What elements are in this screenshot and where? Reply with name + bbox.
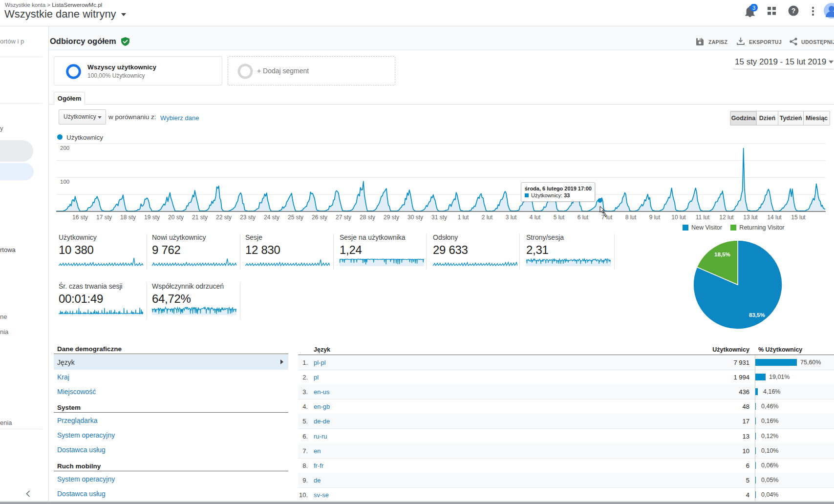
svg-text:18,5%: 18,5% (714, 252, 730, 257)
svg-text:30 sty: 30 sty (407, 214, 423, 221)
svg-text:15 lut: 15 lut (791, 214, 806, 221)
svg-text:23 sty: 23 sty (240, 214, 256, 221)
svg-text:83,5%: 83,5% (749, 312, 765, 318)
svg-text:20 sty: 20 sty (168, 214, 184, 221)
svg-text:1 lut: 1 lut (458, 214, 469, 221)
svg-text:?: ? (791, 7, 796, 15)
svg-text:10 lut: 10 lut (671, 214, 686, 221)
svg-text:24 sty: 24 sty (264, 214, 279, 221)
svg-text:13 lut: 13 lut (743, 214, 758, 221)
svg-text:29 sty: 29 sty (384, 214, 399, 221)
svg-text:16 sty: 16 sty (72, 214, 88, 221)
svg-text:100: 100 (60, 179, 69, 185)
svg-text:19 sty: 19 sty (144, 214, 160, 221)
svg-text:26 sty: 26 sty (312, 214, 327, 221)
svg-text:4 lut: 4 lut (530, 214, 541, 221)
svg-text:8 lut: 8 lut (625, 214, 637, 221)
svg-text:6 lut: 6 lut (577, 214, 589, 221)
svg-text:9 lut: 9 lut (649, 214, 661, 221)
svg-text:12 lut: 12 lut (719, 214, 734, 221)
svg-text:17 sty: 17 sty (96, 214, 112, 221)
svg-text:3 lut: 3 lut (506, 214, 517, 221)
svg-text:18 sty: 18 sty (120, 214, 136, 221)
svg-text:21 sty: 21 sty (192, 214, 208, 221)
svg-text:25 sty: 25 sty (288, 214, 303, 221)
svg-text:14 lut: 14 lut (767, 214, 782, 221)
svg-text:3: 3 (752, 5, 755, 11)
svg-text:2 lut: 2 lut (482, 214, 493, 221)
svg-text:31 sty: 31 sty (431, 214, 447, 221)
svg-text:200: 200 (60, 145, 69, 151)
svg-text:11 lut: 11 lut (696, 214, 710, 221)
svg-text:5 lut: 5 lut (554, 214, 565, 221)
svg-text:27 sty: 27 sty (336, 214, 351, 221)
svg-text:28 sty: 28 sty (360, 214, 375, 221)
svg-text:22 sty: 22 sty (216, 214, 232, 221)
